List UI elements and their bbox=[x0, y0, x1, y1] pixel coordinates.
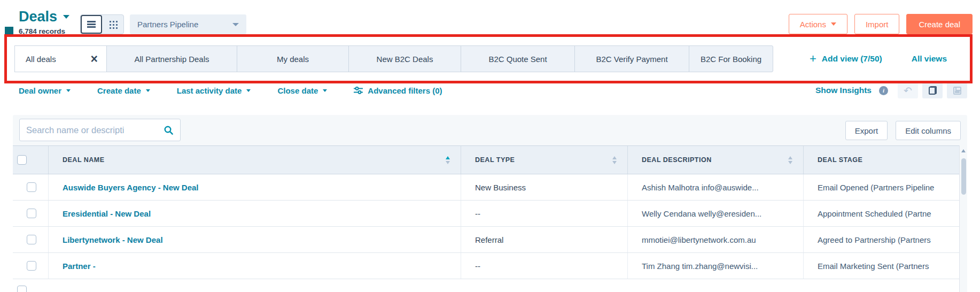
view-tab-active[interactable]: All deals × bbox=[14, 45, 107, 72]
search-icon bbox=[164, 125, 174, 135]
view-tab[interactable]: B2C For Booking bbox=[689, 45, 773, 72]
add-view-label: Add view (7/50) bbox=[822, 54, 882, 64]
view-tab-label: My deals bbox=[277, 55, 309, 64]
deal-description-cell: Welly Cendana welly@eresiden... bbox=[627, 201, 803, 226]
scroll-up-button[interactable] bbox=[960, 145, 967, 156]
undo-button[interactable]: ↶ bbox=[898, 82, 918, 98]
select-all-cell bbox=[13, 146, 48, 174]
row-checkbox-cell bbox=[13, 174, 48, 200]
filter-dropdown[interactable]: Create date bbox=[97, 86, 150, 95]
copy-icon bbox=[929, 86, 937, 95]
create-deal-label: Create deal bbox=[919, 20, 960, 29]
deal-type-cell: Referral bbox=[461, 227, 627, 252]
sort-asc-icon bbox=[446, 156, 450, 159]
pipeline-selected-value: Partners Pipeline bbox=[137, 20, 198, 29]
row-checkbox[interactable] bbox=[17, 286, 27, 292]
view-tab[interactable]: B2C Quote Sent bbox=[461, 45, 575, 72]
filter-dropdown[interactable]: Close date bbox=[277, 86, 327, 95]
column-label: DEAL TYPE bbox=[475, 156, 515, 164]
row-checkbox[interactable] bbox=[27, 235, 36, 244]
edit-columns-button[interactable]: Edit columns bbox=[896, 121, 961, 140]
grid-view-icon bbox=[110, 21, 111, 22]
caret-down-icon bbox=[232, 23, 239, 26]
all-views-label: All views bbox=[912, 54, 947, 64]
row-checkbox-cell bbox=[13, 201, 48, 226]
caret-down-icon bbox=[246, 89, 251, 92]
table-row: Partner - -- Tim Zhang tim.zhang@newvisi… bbox=[13, 253, 967, 279]
column-header-deal-description[interactable]: DEAL DESCRIPTION bbox=[627, 146, 803, 174]
select-all-checkbox[interactable] bbox=[17, 155, 27, 165]
view-tab-label: B2C Quote Sent bbox=[488, 55, 547, 64]
filter-bar-right: Show Insights i ↶ bbox=[815, 82, 967, 98]
caret-down-icon bbox=[146, 89, 150, 92]
table-header-row: DEAL NAME DEAL TYPE DEAL DESCRIPTION bbox=[13, 145, 967, 174]
sliders-icon bbox=[354, 86, 363, 95]
table-toolbar-buttons: Export Edit columns bbox=[845, 121, 961, 140]
deal-name-link[interactable]: Auswide Buyers Agency - New Deal bbox=[48, 174, 461, 200]
create-deal-button[interactable]: Create deal bbox=[906, 14, 973, 34]
deals-table: DEAL NAME DEAL TYPE DEAL DESCRIPTION bbox=[13, 145, 967, 292]
view-tab[interactable]: All Partnership Deals bbox=[106, 45, 237, 72]
view-tab[interactable]: New B2C Deals bbox=[348, 45, 461, 72]
board-view-button[interactable] bbox=[102, 15, 123, 34]
deal-description-cell: mmotiei@libertynetwork.com.au bbox=[627, 227, 803, 252]
filter-dropdown[interactable]: Deal owner bbox=[19, 86, 71, 95]
row-checkbox[interactable] bbox=[27, 209, 36, 218]
list-view-button[interactable] bbox=[81, 15, 102, 34]
deal-name-link[interactable]: Partner - bbox=[48, 253, 461, 279]
filter-bar: Deal owner Create date Last activity dat… bbox=[19, 83, 967, 97]
table-row: Libertynetwork - New Deal Referral mmoti… bbox=[13, 227, 967, 253]
caret-down-icon bbox=[63, 15, 69, 19]
row-checkbox[interactable] bbox=[27, 182, 36, 192]
vertical-scrollbar[interactable] bbox=[959, 145, 967, 292]
row-checkbox-cell bbox=[13, 227, 48, 252]
scroll-up-icon bbox=[961, 149, 966, 152]
filter-label: Create date bbox=[97, 86, 141, 95]
column-header-deal-type[interactable]: DEAL TYPE bbox=[461, 146, 627, 174]
copy-view-button[interactable] bbox=[922, 82, 943, 98]
deal-stage-cell: Appointment Scheduled (Partne bbox=[803, 201, 967, 226]
sort-asc-icon bbox=[788, 156, 792, 159]
sort-asc-icon bbox=[612, 156, 617, 159]
left-edge-widget bbox=[5, 27, 13, 36]
close-icon[interactable]: × bbox=[91, 53, 98, 65]
deal-description-cell: Ashish Malhotra info@auswide... bbox=[627, 174, 803, 200]
page-title-dropdown[interactable]: Deals bbox=[19, 9, 69, 25]
export-button[interactable]: Export bbox=[845, 121, 888, 140]
show-insights-link[interactable]: Show Insights bbox=[815, 86, 872, 95]
sort-control[interactable] bbox=[783, 156, 792, 164]
save-view-button[interactable] bbox=[947, 82, 967, 98]
sort-control[interactable] bbox=[607, 156, 617, 164]
view-tab-label: B2C Verify Payment bbox=[596, 55, 667, 64]
sort-control[interactable] bbox=[440, 156, 450, 164]
deal-name-link[interactable]: Eresidential - New Deal bbox=[48, 201, 461, 226]
records-count: 6,784 records bbox=[19, 27, 65, 35]
view-tab-label: New B2C Deals bbox=[377, 55, 433, 64]
pipeline-selector[interactable]: Partners Pipeline bbox=[130, 14, 246, 34]
deal-stage-cell: Agreed to Partnership (Partners bbox=[803, 227, 967, 252]
edit-columns-label: Edit columns bbox=[905, 126, 951, 135]
search-input[interactable] bbox=[26, 125, 164, 135]
info-icon[interactable]: i bbox=[879, 86, 888, 95]
caret-down-icon bbox=[831, 22, 836, 26]
actions-button[interactable]: Actions bbox=[789, 14, 847, 34]
all-views-link[interactable]: All views bbox=[912, 45, 947, 72]
list-view-icon bbox=[87, 21, 96, 22]
add-view-button[interactable]: + Add view (7/50) bbox=[810, 45, 882, 72]
filter-dropdown[interactable]: Last activity date bbox=[177, 86, 251, 95]
search-box bbox=[19, 119, 181, 141]
column-header-deal-stage[interactable]: DEAL STAGE bbox=[803, 146, 967, 174]
view-tab[interactable]: My deals bbox=[237, 45, 349, 72]
import-button[interactable]: Import bbox=[854, 14, 900, 34]
view-tab[interactable]: B2C Verify Payment bbox=[574, 45, 689, 72]
table-panel: Export Edit columns DEAL NAME bbox=[13, 115, 967, 292]
top-action-buttons: Actions Import Create deal bbox=[789, 14, 973, 34]
row-checkbox[interactable] bbox=[27, 261, 36, 271]
import-label: Import bbox=[866, 20, 889, 29]
advanced-filters-button[interactable]: Advanced filters (0) bbox=[354, 86, 442, 95]
deal-type-cell: -- bbox=[461, 253, 627, 279]
deal-name-link[interactable]: Libertynetwork - New Deal bbox=[48, 227, 461, 252]
scrollbar-thumb[interactable] bbox=[961, 158, 966, 195]
undo-icon: ↶ bbox=[904, 86, 912, 96]
column-header-deal-name[interactable]: DEAL NAME bbox=[48, 146, 461, 174]
